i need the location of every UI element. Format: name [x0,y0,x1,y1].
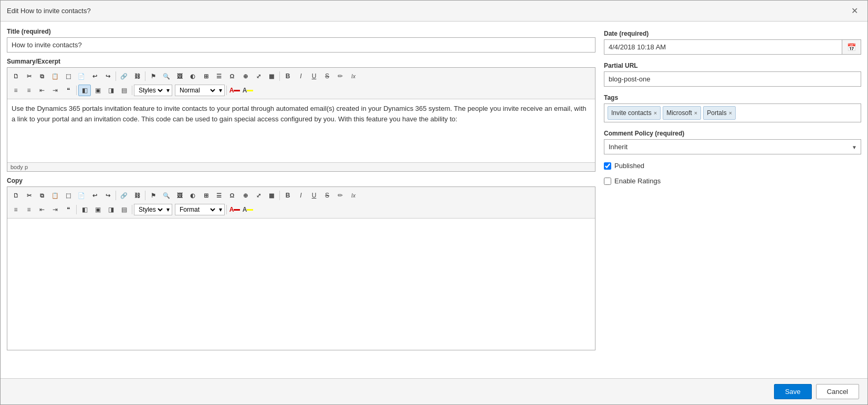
tb-blocks-btn[interactable]: ▦ [265,70,278,82]
tb-special-btn[interactable]: Ω [226,70,238,82]
summary-styles-dropdown[interactable]: Styles ▾ [134,85,172,96]
summary-editor-content[interactable]: Use the Dynamics 365 portals invitation … [7,99,595,162]
tb-align-left-btn[interactable]: ◧ [78,85,91,96]
copy-tb-sub-btn[interactable]: ✏ [334,190,347,201]
copy-tb-blockquote-btn[interactable]: ❝ [62,204,75,215]
copy-format-dropdown[interactable]: Format Normal Heading 1 ▾ [175,204,225,215]
tag-portals-remove[interactable]: × [729,110,732,116]
tb-bold-btn[interactable]: B [281,70,294,82]
tb-ordered-list-btn[interactable]: ≡ [9,85,22,96]
copy-tb-blocks-btn[interactable]: ▦ [265,190,278,201]
copy-tb-special-btn[interactable]: Ω [226,190,238,201]
tb-sub-btn[interactable]: ✏ [334,70,347,82]
tb-paste-word-btn[interactable]: ⬚ [62,70,75,82]
summary-format-select[interactable]: Normal Heading 1 Heading 2 Heading 3 [177,86,217,95]
tb-indent-less-btn[interactable]: ⇤ [36,85,48,96]
tb-strike-btn[interactable]: S [321,70,333,82]
copy-tb-cut-btn[interactable]: ✂ [23,190,35,201]
partial-url-input[interactable] [604,71,861,87]
tb-copy-btn[interactable]: ⧉ [36,70,48,82]
close-button[interactable]: ✕ [848,5,861,17]
tb-unlink-btn[interactable]: ⛓ [131,70,143,82]
copy-tb-flag-btn[interactable]: ⚑ [147,190,160,201]
tb-flash-btn[interactable]: ⊕ [239,70,252,82]
copy-tb-align-right-btn[interactable]: ◨ [104,204,117,215]
tb-maximize-btn[interactable]: ⤢ [252,70,265,82]
enable-ratings-checkbox[interactable] [604,178,611,185]
tb-font-color-btn[interactable]: A [228,85,241,96]
copy-tb-table-btn[interactable]: ⊞ [200,190,212,201]
copy-tb-paste-plain-btn[interactable]: 📄 [75,190,88,201]
copy-tb-source-btn[interactable]: ◐ [186,190,199,201]
tb-undo-btn[interactable]: ↩ [88,70,101,82]
tb-clear-btn[interactable]: Ix [347,70,360,82]
tag-microsoft-remove[interactable]: × [694,110,697,116]
copy-tb-font-color-btn[interactable]: A [228,204,241,215]
tb-redo-btn[interactable]: ↪ [101,70,114,82]
copy-tb-align-btn[interactable]: ☰ [213,190,225,201]
tb-justify-btn[interactable]: ▤ [118,85,130,96]
copy-tb-italic-btn[interactable]: I [295,190,307,201]
copy-copy-icon: ⧉ [40,192,44,199]
tb-source-btn[interactable]: ◐ [186,70,199,82]
copy-tb-unlink-btn[interactable]: ⛓ [131,190,143,201]
tags-container[interactable]: Invite contacts × Microsoft × Portals × [604,103,861,122]
title-input[interactable] [7,37,595,53]
copy-tb-align-center-btn[interactable]: ▣ [91,204,104,215]
tb-new-btn[interactable]: 🗋 [9,70,22,82]
tb-link-btn[interactable]: 🔗 [118,70,130,82]
copy-tb-find-btn[interactable]: 🔍 [160,190,173,201]
tb-paste-btn[interactable]: 📋 [49,70,61,82]
copy-tb-redo-btn[interactable]: ↪ [101,190,114,201]
cancel-button[interactable]: Cancel [816,384,859,399]
tb-cut-btn[interactable]: ✂ [23,70,35,82]
tb-italic-btn[interactable]: I [295,70,307,82]
tb-image-btn[interactable]: 🖼 [173,70,186,82]
copy-styles-dropdown[interactable]: Styles ▾ [134,204,172,215]
tb-underline-btn[interactable]: U [308,70,320,82]
comment-policy-select[interactable]: Inherit Open Closed Moderated [604,139,861,154]
copy-tb-maximize-btn[interactable]: ⤢ [252,190,265,201]
copy-tb-justify-btn[interactable]: ▤ [118,204,130,215]
tb-table-btn[interactable]: ⊞ [200,70,212,82]
date-input[interactable] [604,40,842,54]
copy-tb-new-btn[interactable]: 🗋 [9,190,22,201]
copy-tb-undo-btn[interactable]: ↩ [88,190,101,201]
tb-align-btn[interactable]: ☰ [213,70,225,82]
copy-tb-indent-less-btn[interactable]: ⇤ [36,204,48,215]
tb-indent-more-btn[interactable]: ⇥ [49,85,61,96]
tb-blockquote-btn[interactable]: ❝ [62,85,75,96]
tb-unordered-list-btn[interactable]: ≡ [23,85,35,96]
tb-find-btn[interactable]: 🔍 [160,70,173,82]
calendar-button[interactable]: 📅 [842,40,861,54]
copy-tb-unordered-list-btn[interactable]: ≡ [23,204,35,215]
copy-tb-clear-btn[interactable]: Ix [347,190,360,201]
copy-editor-content[interactable] [7,219,595,350]
tb-bg-color-btn[interactable]: A [242,85,254,96]
copy-tb-ordered-list-btn[interactable]: ≡ [9,204,22,215]
summary-format-dropdown[interactable]: Normal Heading 1 Heading 2 Heading 3 ▾ [175,85,225,96]
tag-invite-contacts-remove[interactable]: × [654,110,657,116]
tb-flag-btn[interactable]: ⚑ [147,70,160,82]
copy-tb-align-left-btn[interactable]: ◧ [78,204,91,215]
summary-styles-select[interactable]: Styles [137,86,164,95]
tb-paste-plain-btn[interactable]: 📄 [75,70,88,82]
copy-tb-bold-btn[interactable]: B [281,190,294,201]
copy-tb-copy-btn[interactable]: ⧉ [36,190,48,201]
copy-tb-underline-btn[interactable]: U [308,190,320,201]
copy-styles-select[interactable]: Styles [137,205,164,214]
published-checkbox[interactable] [604,162,611,170]
copy-tb-paste-word-btn[interactable]: ⬚ [62,190,75,201]
copy-tb-strike-btn[interactable]: S [321,190,333,201]
copy-tb-link-btn[interactable]: 🔗 [118,190,130,201]
copy-tb-indent-more-btn[interactable]: ⇥ [49,204,61,215]
save-button[interactable]: Save [774,384,812,399]
tb-align-right-btn[interactable]: ◨ [104,85,117,96]
copy-tb-paste-btn[interactable]: 📋 [49,190,61,201]
copy-format-select[interactable]: Format Normal Heading 1 [177,205,217,214]
tag-portals: Portals × [703,106,736,120]
copy-tb-image-btn[interactable]: 🖼 [173,190,186,201]
tb-align-center-btn[interactable]: ▣ [91,85,104,96]
copy-tb-flash-btn[interactable]: ⊕ [239,190,252,201]
copy-tb-bg-color-btn[interactable]: A [242,204,254,215]
